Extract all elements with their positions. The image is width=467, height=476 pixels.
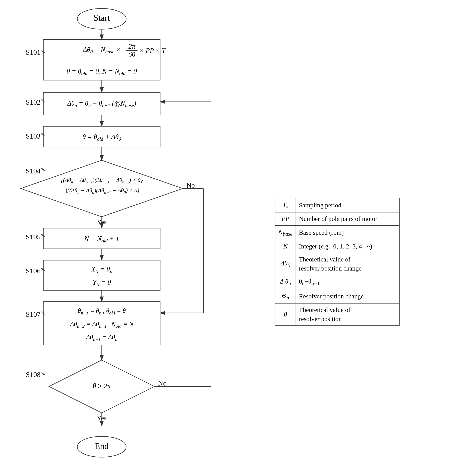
s107-formula3: Δθn−1 = Δθn — [86, 334, 117, 342]
legend-desc-pp: Number of pole pairs of motor — [296, 212, 399, 225]
legend-row-theta: θ Theoretical value ofresolver position — [275, 303, 399, 325]
legend-row-ts: Ts Sampling period — [275, 198, 399, 212]
s106-formula1: XN = θn — [91, 265, 112, 274]
legend-desc-ts: Sampling period — [296, 198, 399, 212]
legend-table: Ts Sampling period PP Number of pole pai… — [275, 198, 400, 326]
legend-symbol-pp: PP — [275, 212, 296, 225]
s106-label: S106 — [26, 267, 40, 275]
legend-row-nbase: Nbase Base speed (rpm) — [275, 225, 399, 240]
s108-label: S108 — [26, 371, 40, 379]
svg-line-34 — [41, 372, 44, 375]
legend-desc-dtheta0: Theoretical value ofresolver position ch… — [296, 253, 399, 275]
legend-row-pp: PP Number of pole pairs of motor — [275, 212, 399, 225]
legend-symbol-dthetan: Δ θn — [275, 275, 296, 289]
end-label: End — [95, 441, 109, 451]
s102-label: S102 — [26, 98, 40, 106]
s101-fraction-num: 2π — [129, 43, 135, 50]
legend-desc-n: Integer (e.g., 0, 1, 2, 3, 4, ···) — [296, 240, 399, 253]
s101-formula1: Δθ0 = Nbase × — [82, 46, 120, 54]
s108-no: No — [158, 380, 167, 387]
svg-line-17 — [43, 168, 45, 171]
s106-formula2: YN = θ — [92, 279, 111, 287]
start-label: Start — [94, 13, 110, 23]
legend-row-thetan: Θn Resolver position change — [275, 289, 399, 303]
legend-symbol-dtheta0: Δθ0 — [275, 253, 296, 275]
legend-desc-nbase: Base speed (rpm) — [296, 225, 399, 240]
legend-desc-dthetan: θn−θn−1 — [296, 275, 399, 289]
legend-desc-theta: Theoretical value ofresolver position — [296, 303, 399, 325]
s108-formula: θ ≥ 2π — [93, 382, 111, 390]
legend-symbol-theta: θ — [275, 303, 296, 325]
s105-label: S105 — [26, 233, 40, 241]
legend-symbol-nbase: Nbase — [275, 225, 296, 240]
s107-label: S107 — [26, 310, 40, 318]
s101-label: S101 — [26, 48, 40, 56]
s101-fraction-den: 60 — [129, 51, 135, 58]
svg-line-16 — [41, 168, 44, 171]
legend-symbol-thetan: Θn — [275, 289, 296, 303]
diagram-container: Start S101 Δθ0 = Nbase × 2π 60 × PP × Ts… — [0, 0, 467, 476]
s104-label: S104 — [26, 167, 40, 175]
svg-line-35 — [43, 372, 45, 375]
legend-row-dthetan: Δ θn θn−θn−1 — [275, 275, 399, 289]
legend-desc-thetan: Resolver position change — [296, 289, 399, 303]
s104-no: No — [186, 182, 195, 189]
s101-formula2: θ = θold = 0, N = Nold = 0 — [66, 68, 137, 76]
s101-formula1b: × PP × Ts — [139, 47, 168, 55]
legend-symbol-n: N — [275, 240, 296, 253]
legend-row-dtheta0: Δθ0 Theoretical value ofresolver positio… — [275, 253, 399, 275]
legend-symbol-ts: Ts — [275, 198, 296, 212]
s103-label: S103 — [26, 132, 40, 140]
legend-row-n: N Integer (e.g., 0, 1, 2, 3, 4, ···) — [275, 240, 399, 253]
